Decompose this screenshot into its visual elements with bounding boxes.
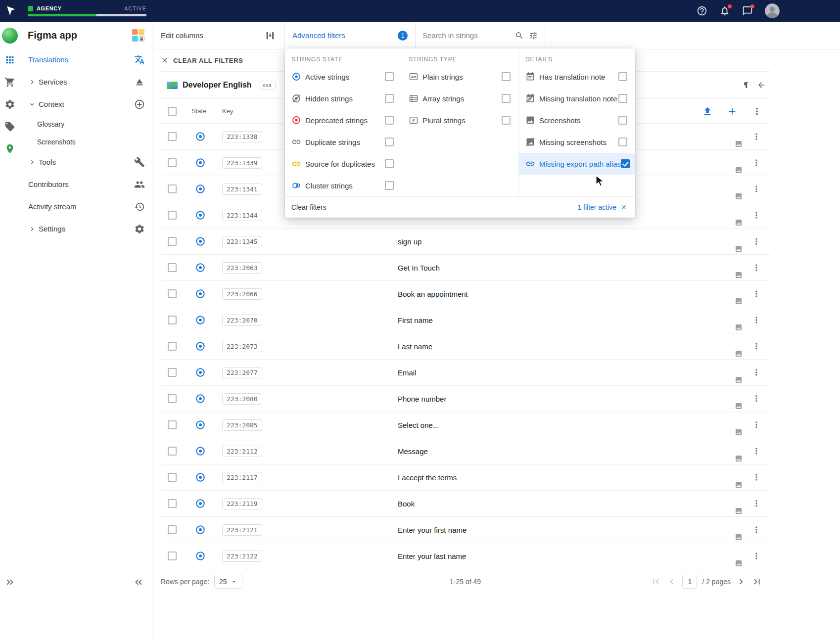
- filter-checkbox[interactable]: [502, 94, 511, 103]
- filter-option-active-strings[interactable]: Active strings: [285, 66, 402, 88]
- team-widget[interactable]: AGENCY ACTIVE: [28, 5, 146, 16]
- filter-checkbox[interactable]: [385, 72, 394, 81]
- tag-icon[interactable]: [0, 115, 20, 138]
- row-checkbox[interactable]: [168, 525, 177, 534]
- search-input[interactable]: [422, 31, 510, 40]
- sidebar-subitem-screenshots[interactable]: Screenshots: [20, 133, 152, 151]
- table-row[interactable]: 223:2122Enter your last name: [161, 543, 770, 569]
- filter-option-hidden-strings[interactable]: Hidden strings: [285, 88, 402, 109]
- row-checkbox[interactable]: [168, 132, 177, 141]
- sidebar-item-settings[interactable]: Settings: [20, 218, 152, 240]
- row-menu-button[interactable]: [743, 472, 770, 482]
- row-menu-button[interactable]: [743, 263, 770, 273]
- row-checkbox[interactable]: [168, 263, 177, 272]
- filter-option-plain-strings[interactable]: AbPlain strings: [402, 66, 518, 88]
- app-logo[interactable]: [0, 0, 22, 22]
- row-menu-button[interactable]: [743, 315, 770, 325]
- upload-button[interactable]: [702, 106, 713, 117]
- sidebar-item-translations[interactable]: Translations: [20, 48, 152, 71]
- filter-checkbox[interactable]: [385, 159, 394, 168]
- filter-option-missing-translation-note[interactable]: Missing translation note: [519, 88, 635, 109]
- sidebar-item-contributors[interactable]: Contributors: [20, 173, 152, 195]
- notifications-button[interactable]: [719, 5, 730, 16]
- table-row[interactable]: 223:2077Email: [161, 360, 770, 386]
- filter-option-plural-strings[interactable]: #Plural strings: [402, 109, 518, 131]
- row-checkbox[interactable]: [168, 551, 177, 560]
- previous-page-button[interactable]: [666, 576, 677, 587]
- row-menu-button[interactable]: [743, 499, 770, 508]
- table-row[interactable]: 223:2117I accept the terms: [161, 464, 770, 491]
- row-menu-button[interactable]: [743, 289, 770, 299]
- row-checkbox[interactable]: [168, 447, 177, 456]
- sidebar-item-tools[interactable]: Tools: [20, 151, 152, 173]
- filter-checkbox[interactable]: [385, 181, 394, 190]
- row-checkbox[interactable]: [168, 420, 177, 429]
- table-menu-button[interactable]: [751, 106, 762, 117]
- table-row[interactable]: 223:2073Last name: [161, 333, 770, 360]
- table-row[interactable]: 223:2070First name: [161, 307, 770, 333]
- row-checkbox[interactable]: [168, 316, 177, 324]
- apps-grid-icon[interactable]: [0, 48, 20, 71]
- help-button[interactable]: [697, 5, 707, 16]
- filter-option-cluster-strings[interactable]: Cluster strings: [285, 175, 402, 196]
- filter-checkbox[interactable]: [618, 94, 627, 103]
- filter-option-duplicate-strings[interactable]: Duplicate strings: [285, 131, 402, 153]
- add-string-button[interactable]: [727, 106, 738, 117]
- table-row[interactable]: 223:2121Enter your first name: [161, 517, 770, 543]
- row-checkbox[interactable]: [168, 184, 177, 193]
- filter-checkbox[interactable]: [621, 159, 630, 168]
- filter-checkbox[interactable]: [618, 116, 627, 125]
- filter-option-array-strings[interactable]: Array strings: [402, 88, 518, 109]
- expand-rail-button[interactable]: [4, 577, 15, 590]
- filter-option-missing-export-path-alias[interactable]: Missing export path alias: [519, 153, 635, 175]
- project-avatar[interactable]: [2, 28, 18, 44]
- filter-option-has-translation-note[interactable]: Has translation note: [519, 66, 635, 88]
- row-checkbox[interactable]: [168, 211, 177, 220]
- row-checkbox[interactable]: [168, 368, 177, 377]
- filter-checkbox[interactable]: [618, 138, 627, 146]
- edit-columns-button[interactable]: Edit columns: [152, 22, 285, 49]
- row-menu-button[interactable]: [743, 367, 770, 377]
- location-pin-icon[interactable]: [0, 138, 20, 160]
- filter-option-deprecated-strings[interactable]: Deprecated strings: [285, 109, 402, 131]
- row-menu-button[interactable]: [743, 420, 770, 430]
- filter-checkbox[interactable]: [385, 94, 394, 103]
- active-filters-button[interactable]: 1 filter active: [577, 203, 627, 211]
- collapse-panel-icon[interactable]: [757, 81, 766, 90]
- row-menu-button[interactable]: [743, 446, 770, 456]
- pilcrow-icon[interactable]: [742, 81, 750, 90]
- next-page-button[interactable]: [736, 576, 747, 587]
- row-menu-button[interactable]: [743, 236, 770, 246]
- sidebar-item-context[interactable]: Context: [20, 93, 152, 115]
- row-checkbox[interactable]: [168, 342, 177, 351]
- table-row[interactable]: 223:2066Book an appointment: [161, 281, 770, 307]
- row-menu-button[interactable]: [743, 341, 770, 351]
- project-icon[interactable]: [132, 29, 145, 42]
- table-row[interactable]: 223:2085Select one...: [161, 412, 770, 438]
- row-checkbox[interactable]: [168, 499, 177, 508]
- row-menu-button[interactable]: [743, 394, 770, 404]
- row-menu-button[interactable]: [743, 158, 770, 168]
- sidebar-item-services[interactable]: Services: [20, 71, 152, 93]
- page-input[interactable]: [682, 575, 697, 589]
- filter-option-screenshots[interactable]: Screenshots: [519, 109, 635, 131]
- sidebar-subitem-glossary[interactable]: Glossary: [20, 115, 152, 133]
- row-checkbox[interactable]: [168, 289, 177, 298]
- row-checkbox[interactable]: [168, 158, 177, 167]
- row-menu-button[interactable]: [743, 525, 770, 535]
- row-checkbox[interactable]: [168, 237, 177, 246]
- filter-checkbox[interactable]: [618, 72, 627, 81]
- advanced-filters-button[interactable]: Advanced filters 1: [285, 22, 416, 49]
- table-row[interactable]: 223:2063Get In Touch: [161, 255, 770, 281]
- clear-filters-button[interactable]: Clear filters: [291, 203, 327, 211]
- table-row[interactable]: 223:2119Book: [161, 491, 770, 517]
- filter-checkbox[interactable]: [502, 116, 511, 125]
- user-avatar[interactable]: [765, 3, 780, 18]
- clear-all-filters-button[interactable]: CLEAR ALL FILTERS: [161, 56, 243, 64]
- row-menu-button[interactable]: [743, 184, 770, 194]
- table-row[interactable]: 223:2112Message: [161, 438, 770, 464]
- search-filter-icon[interactable]: [529, 31, 538, 40]
- last-page-button[interactable]: [751, 576, 762, 587]
- filter-checkbox[interactable]: [385, 138, 394, 146]
- collapse-sidebar-button[interactable]: [133, 577, 144, 590]
